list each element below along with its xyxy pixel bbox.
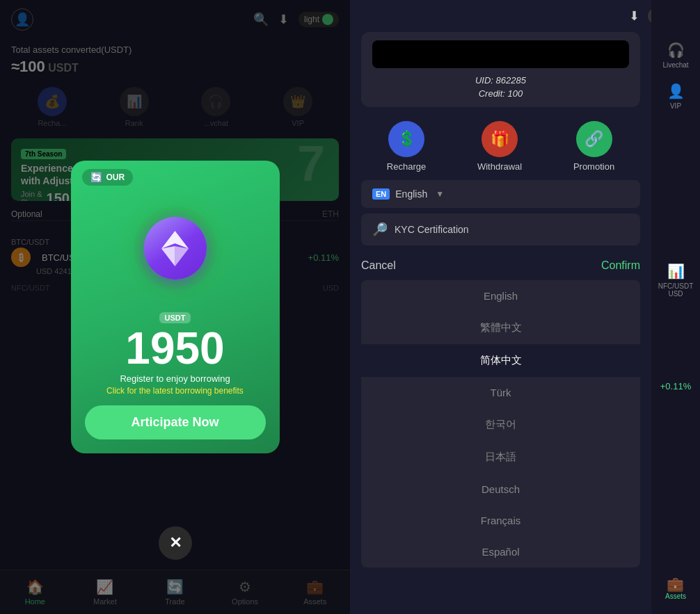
- modal-amount: 1950: [85, 326, 266, 371]
- lang-option-english[interactable]: English: [361, 280, 640, 312]
- nfc-icon: 📊: [667, 263, 685, 280]
- right-download-icon[interactable]: ⬇: [629, 8, 639, 24]
- right-panel: ⬇ dark UID: 862285 Credit: 100: [350, 0, 700, 614]
- lang-option-spanish[interactable]: Español: [361, 536, 640, 567]
- sidebar-vip[interactable]: 👤 VIP: [667, 83, 685, 110]
- eth-graphic: [71, 186, 280, 311]
- cancel-button[interactable]: Cancel: [361, 259, 396, 272]
- recharge-icon-circle: 💲: [388, 121, 424, 157]
- lang-option-simp-chinese[interactable]: 简体中文: [361, 344, 640, 377]
- kyc-label: KYC Certification: [395, 224, 469, 235]
- profile-credit: Credit: 100: [479, 88, 523, 99]
- withdrawal-icon: 🎁: [491, 130, 509, 148]
- close-button[interactable]: ✕: [159, 526, 192, 560]
- vip-icon: 👤: [667, 83, 685, 99]
- recharge-label: Recharge: [387, 161, 426, 172]
- withdrawal-icon-circle: 🎁: [482, 121, 518, 157]
- language-dropdown: English 繁體中文 简体中文 Türk 한국어 日本語 Deutsch F…: [361, 280, 640, 567]
- kyc-icon: 🔎: [372, 222, 388, 237]
- modal-top-bar: 🔄 OUR: [71, 161, 280, 186]
- profile-card: UID: 862285 Credit: 100: [361, 32, 640, 107]
- sidebar-livechat[interactable]: 🎧 Livechat: [662, 42, 688, 69]
- chevron-down-icon: ▼: [436, 189, 444, 199]
- modal-overlay: 🔄 OUR: [0, 0, 350, 614]
- recharge-icon: 💲: [397, 130, 416, 148]
- kyc-row[interactable]: 🔎 KYC Certification: [361, 213, 640, 245]
- right-sidebar: 🎧 Livechat 👤 VIP 📊 NFC/USDTUSD +0.11% 💼 …: [651, 0, 700, 614]
- lang-option-turk[interactable]: Türk: [361, 377, 640, 408]
- nfc-label: NFC/USDTUSD: [658, 282, 694, 298]
- svg-marker-2: [161, 246, 175, 266]
- modal-link[interactable]: Click for the latest borrowing benefits: [85, 386, 266, 396]
- modal-subtitle: Register to enjoy borrowing: [85, 373, 266, 384]
- lang-option-french[interactable]: Français: [361, 505, 640, 536]
- language-selector[interactable]: EN English ▼: [361, 180, 640, 208]
- livechat-label: Livechat: [662, 61, 688, 69]
- lang-option-korean[interactable]: 한국어: [361, 408, 640, 441]
- assets-label-right: Assets: [665, 592, 686, 600]
- lang-flag: EN: [372, 188, 390, 200]
- profile-info: UID: 862285 Credit: 100: [372, 75, 629, 99]
- lang-option-trad-chinese[interactable]: 繁體中文: [361, 312, 640, 344]
- close-icon: ✕: [169, 534, 182, 552]
- profile-banner: [372, 40, 629, 68]
- sidebar-assets[interactable]: 💼 Assets: [665, 567, 686, 614]
- profile-uid: UID: 862285: [475, 75, 526, 86]
- badge-label: OUR: [106, 172, 125, 182]
- articipate-button[interactable]: Articipate Now: [85, 405, 266, 439]
- svg-marker-1: [175, 246, 189, 266]
- withdrawal-label: Withdrawal: [477, 161, 522, 172]
- withdrawal-action[interactable]: 🎁 Withdrawal: [477, 121, 522, 172]
- left-panel: 👤 🔍 ⬇ light Total assets converted(USDT)…: [0, 0, 350, 614]
- promo-modal: 🔄 OUR: [71, 161, 280, 453]
- eth-coin: [144, 217, 207, 280]
- action-bar: Cancel Confirm: [350, 251, 651, 280]
- badge-icon: 🔄: [90, 172, 102, 183]
- right-content: UID: 862285 Credit: 100 💲 Recharge 🎁: [350, 32, 700, 614]
- promotion-action[interactable]: 🔗 Promotion: [573, 121, 614, 172]
- recharge-action[interactable]: 💲 Recharge: [387, 121, 426, 172]
- usdt-label: USDT: [159, 312, 191, 323]
- assets-icon-right: 💼: [667, 576, 684, 592]
- profile-actions: 💲 Recharge 🎁 Withdrawal 🔗 Promotion: [350, 115, 651, 180]
- sidebar-nfc[interactable]: 📊 NFC/USDTUSD: [658, 263, 694, 298]
- promotion-label: Promotion: [573, 161, 614, 172]
- eth-change-sidebar: +0.11%: [660, 381, 691, 391]
- promotion-icon-circle: 🔗: [576, 121, 612, 157]
- livechat-icon: 🎧: [667, 42, 685, 58]
- lang-name: English: [395, 188, 427, 200]
- promotion-icon: 🔗: [584, 130, 603, 148]
- svg-marker-0: [161, 231, 189, 249]
- our-badge: 🔄 OUR: [82, 169, 134, 186]
- confirm-button[interactable]: Confirm: [601, 259, 640, 272]
- vip-label: VIP: [670, 102, 681, 110]
- lang-option-deutsch[interactable]: Deutsch: [361, 474, 640, 505]
- right-header: ⬇ dark: [350, 0, 700, 32]
- lang-option-japanese[interactable]: 日本語: [361, 441, 640, 474]
